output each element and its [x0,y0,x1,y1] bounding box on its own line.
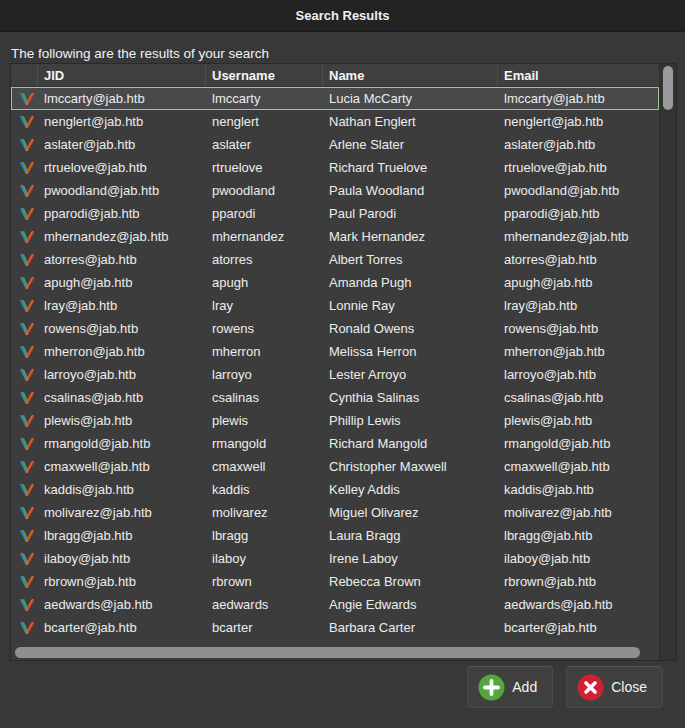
cell-username: molivarez [206,505,323,520]
cell-email: aedwards@jab.htb [498,597,659,612]
cell-email: mherron@jab.htb [498,344,659,359]
col-header-jid[interactable]: JID [38,64,206,86]
cell-name: Cynthia Salinas [323,390,498,405]
add-button[interactable]: Add [467,666,553,708]
vertical-scrollbar[interactable] [659,64,676,660]
xmpp-user-icon [11,91,38,107]
cell-name: Ronald Owens [323,321,498,336]
table-row[interactable]: pwoodland@jab.htb pwoodland Paula Woodla… [11,179,659,202]
xmpp-user-icon [11,206,38,222]
cell-email: bcarter@jab.htb [498,620,659,635]
table-row[interactable]: rmangold@jab.htb rmangold Richard Mangol… [11,432,659,455]
table-row[interactable]: apugh@jab.htb apugh Amanda Pugh apugh@ja… [11,271,659,294]
cell-jid: lmccarty@jab.htb [38,91,206,106]
cell-jid: cmaxwell@jab.htb [38,459,206,474]
col-header-icon[interactable] [11,64,38,86]
close-button[interactable]: Close [566,666,663,708]
table-header: JID Username Name Email [11,64,659,87]
cell-email: pparodi@jab.htb [498,206,659,221]
table-row[interactable]: bcarter@jab.htb bcarter Barbara Carter b… [11,616,659,639]
table-row[interactable]: mherron@jab.htb mherron Melissa Herron m… [11,340,659,363]
cell-name: Mark Hernandez [323,229,498,244]
xmpp-user-icon [11,321,38,337]
table-row[interactable]: plewis@jab.htb plewis Phillip Lewis plew… [11,409,659,432]
cell-email: molivarez@jab.htb [498,505,659,520]
cell-jid: lbragg@jab.htb [38,528,206,543]
xmpp-user-icon [11,114,38,130]
cell-name: Richard Truelove [323,160,498,175]
cell-email: mhernandez@jab.htb [498,229,659,244]
table-row[interactable]: larroyo@jab.htb larroyo Lester Arroyo la… [11,363,659,386]
xmpp-user-icon [11,620,38,636]
cell-name: Nathan Englert [323,114,498,129]
table-row[interactable]: atorres@jab.htb atorres Albert Torres at… [11,248,659,271]
horizontal-scrollbar-thumb[interactable] [15,647,640,658]
table-row[interactable]: lray@jab.htb lray Lonnie Ray lray@jab.ht… [11,294,659,317]
cell-username: kaddis [206,482,323,497]
table-row[interactable]: aedwards@jab.htb aedwards Angie Edwards … [11,593,659,616]
cell-username: plewis [206,413,323,428]
table-row[interactable]: lbragg@jab.htb lbragg Laura Bragg lbragg… [11,524,659,547]
table-row[interactable]: lmccarty@jab.htb lmccarty Lucia McCarty … [11,87,659,110]
cell-email: plewis@jab.htb [498,413,659,428]
col-header-username[interactable]: Username [206,64,323,86]
table-row[interactable]: kaddis@jab.htb kaddis Kelley Addis kaddi… [11,478,659,501]
cell-username: rowens [206,321,323,336]
xmpp-user-icon [11,160,38,176]
add-button-label: Add [512,679,537,695]
col-header-email[interactable]: Email [498,64,659,86]
cell-username: rbrown [206,574,323,589]
cell-name: Amanda Pugh [323,275,498,290]
xmpp-user-icon [11,252,38,268]
cell-username: aslater [206,137,323,152]
cell-jid: nenglert@jab.htb [38,114,206,129]
xmpp-user-icon [11,229,38,245]
cell-username: mhernandez [206,229,323,244]
cell-name: Irene Laboy [323,551,498,566]
cell-jid: aslater@jab.htb [38,137,206,152]
cell-email: cmaxwell@jab.htb [498,459,659,474]
intro-label: The following are the results of your se… [11,46,269,61]
table-row[interactable]: cmaxwell@jab.htb cmaxwell Christopher Ma… [11,455,659,478]
cell-name: Paula Woodland [323,183,498,198]
table-row[interactable]: rowens@jab.htb rowens Ronald Owens rowen… [11,317,659,340]
table-row[interactable]: rtruelove@jab.htb rtruelove Richard True… [11,156,659,179]
cell-jid: lray@jab.htb [38,298,206,313]
cell-email: kaddis@jab.htb [498,482,659,497]
table-row[interactable]: csalinas@jab.htb csalinas Cynthia Salina… [11,386,659,409]
vertical-scrollbar-thumb[interactable] [663,66,673,110]
xmpp-user-icon [11,137,38,153]
cell-jid: molivarez@jab.htb [38,505,206,520]
table-row[interactable]: rbrown@jab.htb rbrown Rebecca Brown rbro… [11,570,659,593]
cell-jid: rmangold@jab.htb [38,436,206,451]
table-row[interactable]: ilaboy@jab.htb ilaboy Irene Laboy ilaboy… [11,547,659,570]
cell-jid: mherron@jab.htb [38,344,206,359]
cell-jid: rowens@jab.htb [38,321,206,336]
table-row[interactable]: pparodi@jab.htb pparodi Paul Parodi ppar… [11,202,659,225]
cell-email: rtruelove@jab.htb [498,160,659,175]
cell-name: Rebecca Brown [323,574,498,589]
col-header-name[interactable]: Name [323,64,498,86]
cell-username: lbragg [206,528,323,543]
cell-jid: bcarter@jab.htb [38,620,206,635]
titlebar[interactable]: Search Results [0,0,685,32]
cell-jid: mhernandez@jab.htb [38,229,206,244]
horizontal-scrollbar[interactable] [11,645,659,660]
table-row[interactable]: mhernandez@jab.htb mhernandez Mark Herna… [11,225,659,248]
cell-jid: rbrown@jab.htb [38,574,206,589]
cell-username: atorres [206,252,323,267]
cell-name: Paul Parodi [323,206,498,221]
cell-username: larroyo [206,367,323,382]
table-row[interactable]: aslater@jab.htb aslater Arlene Slater as… [11,133,659,156]
plus-icon [478,674,505,701]
table-row[interactable]: nenglert@jab.htb nenglert Nathan Englert… [11,110,659,133]
cell-name: Melissa Herron [323,344,498,359]
cell-jid: aedwards@jab.htb [38,597,206,612]
cell-name: Albert Torres [323,252,498,267]
table-row[interactable]: molivarez@jab.htb molivarez Miguel Oliva… [11,501,659,524]
cell-username: mherron [206,344,323,359]
cell-email: rowens@jab.htb [498,321,659,336]
cell-email: aslater@jab.htb [498,137,659,152]
cell-name: Phillip Lewis [323,413,498,428]
cell-name: Kelley Addis [323,482,498,497]
